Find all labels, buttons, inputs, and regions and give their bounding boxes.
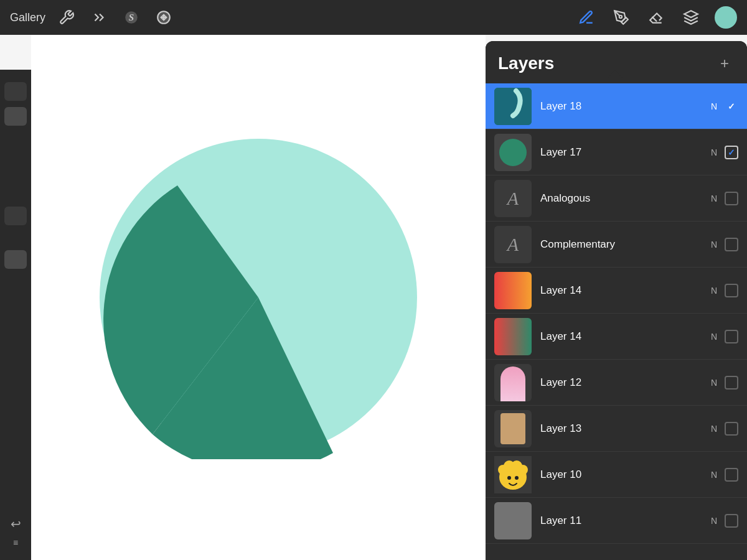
layer17-visibility[interactable]: ✓ [725,146,738,159]
layer-item-layer17[interactable]: Layer 17 N ✓ [486,129,747,175]
svg-point-16 [515,476,519,480]
layer-item-layer12[interactable]: Layer 12 N [486,360,747,406]
svg-rect-8 [494,88,532,125]
layer14b-mode: N [711,332,717,342]
layer13-visibility[interactable] [725,422,738,436]
layer12-thumbnail [494,364,532,401]
svg-point-15 [507,476,511,480]
layer18-thumbnail [494,88,532,125]
layer12-mode: N [711,378,717,388]
toolbar-left: Gallery S [10,6,175,29]
layer10-name: Layer 10 [540,469,581,480]
layer-item-layer10[interactable]: Layer 10 N [486,452,747,498]
add-layer-button[interactable]: + [715,54,735,73]
complementary-info: Complementary [532,238,711,251]
layer17-mode: N [711,147,717,157]
complementary-mode: N [711,240,717,250]
pencil-icon[interactable] [575,6,598,29]
redo-button[interactable]: ≡ [4,531,27,554]
layer-item-layer14a[interactable]: Layer 14 N [486,268,747,314]
layer17-thumbnail [494,134,532,171]
layer-item-complementary[interactable]: A Complementary N [486,222,747,268]
brush-size-control[interactable] [4,82,27,101]
toolbar: Gallery S [0,0,747,35]
layers-panel-icon[interactable] [680,6,702,29]
layer13-name: Layer 13 [540,422,581,434]
panel-arrow [608,70,622,78]
layer11-visibility[interactable] [725,514,738,528]
analogous-name: Analogous [540,192,590,204]
analogous-visibility[interactable] [725,192,738,205]
complementary-visibility[interactable] [725,238,738,251]
layer-item-analogous[interactable]: A Analogous N [486,175,747,222]
size-slider[interactable] [4,207,27,225]
svg-point-5 [619,16,622,18]
move-icon[interactable] [153,6,175,29]
layer13-mode: N [711,424,717,434]
layer18-visibility[interactable]: ✓ [725,100,738,113]
canvas-drawing [31,35,486,560]
opacity-control[interactable] [4,107,27,126]
layer18-check: ✓ [728,101,735,111]
layer13-thumbnail [494,410,532,447]
layer10-visibility[interactable] [725,468,738,482]
layer10-info: Layer 10 [532,469,711,481]
color-picker-icon[interactable] [715,6,737,29]
layer14a-info: Layer 14 [532,284,711,297]
layer10-mode: N [711,470,717,480]
analogous-info: Analogous [532,192,711,205]
opacity-slider[interactable] [4,250,27,269]
wrench-icon[interactable] [55,6,78,29]
layer10-thumbnail [494,456,532,493]
layer-item-layer13[interactable]: Layer 13 N [486,406,747,452]
layer14b-info: Layer 14 [532,330,711,343]
layer14a-thumb-gradient [494,272,532,309]
layer11-thumb [494,502,532,539]
layer17-thumb-circle [499,139,527,166]
left-sidebar: ↩ ≡ [0,70,31,560]
complementary-name: Complementary [540,238,615,250]
toolbar-right [575,6,737,29]
layer-item-layer11[interactable]: Layer 11 N [486,498,747,544]
pie-chart [96,136,420,459]
layer11-name: Layer 11 [540,515,581,526]
layer14a-name: Layer 14 [540,284,581,296]
layer14b-thumbnail [494,318,532,355]
analogous-mode: N [711,194,717,203]
layer-item-layer18[interactable]: Layer 18 N ✓ [486,83,747,129]
layer12-info: Layer 12 [532,376,711,389]
layer13-thumb [500,413,525,444]
layer14b-visibility[interactable] [725,330,738,343]
layers-panel: Layers + Layer 18 N ✓ [486,41,747,560]
adjustments-icon[interactable] [88,6,110,29]
svg-marker-6 [684,11,698,17]
layer14a-mode: N [711,286,717,296]
layer13-info: Layer 13 [532,422,711,435]
layer-item-layer14b[interactable]: Layer 14 N [486,314,747,360]
svg-point-14 [518,465,528,475]
layer12-visibility[interactable] [725,376,738,390]
complementary-thumbnail: A [494,226,532,263]
layer14b-name: Layer 14 [540,330,581,342]
layer14a-visibility[interactable] [725,284,738,297]
canvas-area: ↩ ≡ Layers + [0,35,747,560]
layer17-info: Layer 17 [532,146,711,159]
layers-title: Layers [498,54,554,73]
stylus-icon[interactable]: S [120,6,143,29]
layer17-check: ✓ [728,147,735,157]
layer17-name: Layer 17 [540,146,581,158]
eraser-icon[interactable] [645,6,667,29]
layer14a-thumbnail [494,272,532,309]
layer12-thumb [500,366,525,401]
layers-list: Layer 18 N ✓ Layer 17 N ✓ [486,83,747,544]
layer14b-thumb-gradient [494,318,532,355]
layer18-info: Layer 18 [532,100,711,113]
layer11-mode: N [711,516,717,526]
layer18-mode: N [711,101,717,111]
layer11-thumbnail [494,502,532,539]
analogous-thumbnail: A [494,180,532,217]
svg-text:S: S [129,12,134,22]
pen-nib-icon[interactable] [610,6,632,29]
layer18-name: Layer 18 [540,100,581,112]
gallery-button[interactable]: Gallery [10,11,45,24]
